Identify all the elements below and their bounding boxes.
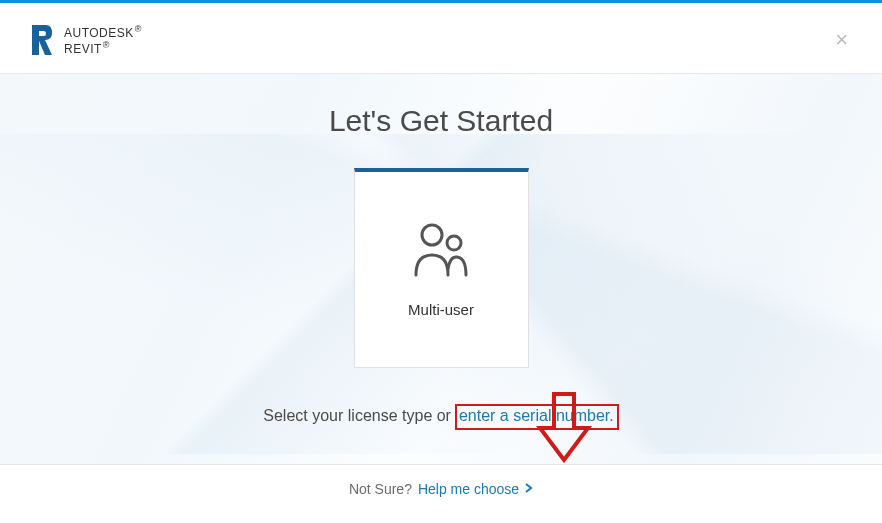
close-button[interactable]: × bbox=[831, 25, 852, 55]
license-prompt: Select your license type or enter a seri… bbox=[263, 404, 618, 430]
card-title: Multi-user bbox=[408, 301, 474, 318]
revit-logo-icon bbox=[30, 23, 54, 57]
svg-point-1 bbox=[447, 236, 461, 250]
brand-text: AUTODESK REVIT bbox=[64, 24, 142, 57]
chevron-right-icon bbox=[525, 482, 533, 496]
close-icon: × bbox=[835, 27, 848, 52]
help-me-choose-link[interactable]: Help me choose bbox=[418, 481, 533, 497]
multi-user-card[interactable]: Multi-user bbox=[354, 168, 529, 368]
multi-user-icon bbox=[410, 221, 472, 279]
header: AUTODESK REVIT × bbox=[0, 3, 882, 74]
footer-text: Not Sure? bbox=[349, 481, 412, 497]
footer: Not Sure? Help me choose bbox=[0, 464, 882, 512]
brand-line1: AUTODESK bbox=[64, 24, 142, 40]
footer-link-text: Help me choose bbox=[418, 481, 519, 497]
svg-point-0 bbox=[422, 225, 442, 245]
brand: AUTODESK REVIT bbox=[30, 23, 142, 57]
prompt-prefix: Select your license type or bbox=[263, 407, 451, 425]
enter-serial-link[interactable]: enter a serial number. bbox=[459, 407, 614, 424]
content-area: Let's Get Started Multi-user Select your… bbox=[0, 74, 882, 464]
annotation-arrow-icon bbox=[536, 390, 592, 472]
brand-line2: REVIT bbox=[64, 40, 142, 56]
serial-highlight-box: enter a serial number. bbox=[455, 404, 619, 430]
page-title: Let's Get Started bbox=[329, 104, 553, 138]
